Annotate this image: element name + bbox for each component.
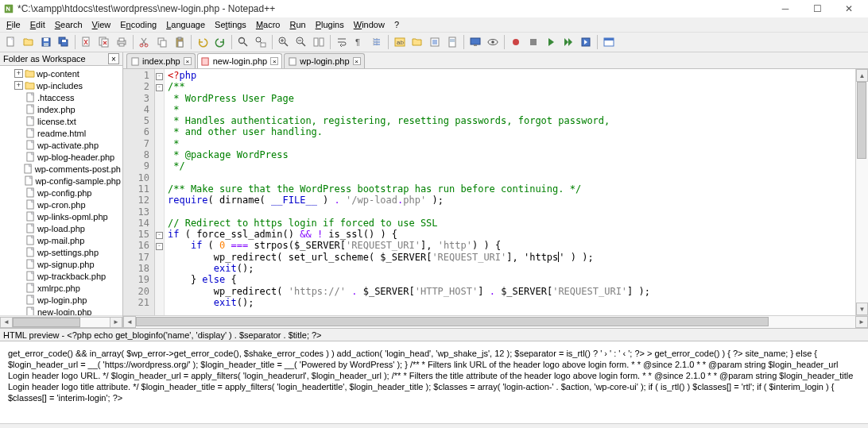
- scroll-up-icon[interactable]: ▲: [856, 69, 868, 82]
- menu-window[interactable]: Window: [349, 18, 389, 31]
- indent-guide-icon[interactable]: [369, 34, 385, 50]
- tree-item[interactable]: +wp-includes: [0, 79, 122, 91]
- cut-icon[interactable]: [137, 34, 153, 50]
- tree-item[interactable]: wp-load.php: [0, 222, 122, 234]
- doc-map-icon[interactable]: [444, 34, 460, 50]
- scroll-thumb[interactable]: [13, 318, 80, 327]
- replace-icon[interactable]: [253, 34, 269, 50]
- open-file-icon[interactable]: [21, 34, 37, 50]
- close-all-icon[interactable]: [96, 34, 112, 50]
- word-wrap-icon[interactable]: [334, 34, 350, 50]
- save-icon[interactable]: [38, 34, 54, 50]
- folder-workspace-icon[interactable]: [409, 34, 425, 50]
- fold-column[interactable]: ----: [155, 69, 165, 315]
- menu-run[interactable]: Run: [285, 18, 310, 31]
- scroll-left-icon[interactable]: ◄: [0, 317, 13, 328]
- record-macro-icon[interactable]: [508, 34, 524, 50]
- tree-item[interactable]: +wp-content: [0, 67, 122, 79]
- maximize-button[interactable]: ☐: [801, 1, 833, 17]
- sidebar-close-icon[interactable]: ×: [108, 53, 119, 64]
- function-list-icon[interactable]: [427, 34, 443, 50]
- new-file-icon[interactable]: [3, 34, 19, 50]
- code-content[interactable]: <?php/** * WordPress User Page * * Handl…: [165, 69, 855, 315]
- tab-close-icon[interactable]: ×: [184, 57, 192, 65]
- play-multi-icon[interactable]: [560, 34, 576, 50]
- menu-view[interactable]: View: [87, 18, 116, 31]
- scroll-left-icon[interactable]: ◄: [123, 316, 136, 328]
- tree-label: xmlrpc.php: [37, 283, 80, 293]
- tree-item[interactable]: wp-config-sample.php: [0, 175, 122, 187]
- tree-item[interactable]: wp-signup.php: [0, 258, 122, 270]
- monitor-icon[interactable]: [467, 34, 483, 50]
- preview-icon[interactable]: [601, 34, 617, 50]
- tree-item[interactable]: wp-activate.php: [0, 139, 122, 151]
- tree-label: wp-activate.php: [37, 141, 99, 150]
- zoom-in-icon[interactable]: [276, 34, 292, 50]
- menu-settings[interactable]: Settings: [210, 18, 251, 31]
- tree-item[interactable]: wp-links-opml.php: [0, 210, 122, 222]
- stop-macro-icon[interactable]: [525, 34, 541, 50]
- lang-btn-icon[interactable]: ab: [392, 34, 408, 50]
- tree-label: readme.html: [37, 129, 86, 138]
- file-icon: [25, 271, 36, 281]
- menu-help[interactable]: ?: [389, 18, 404, 31]
- editor-hscroll[interactable]: ◄ ►: [123, 315, 868, 328]
- file-icon: [130, 56, 140, 66]
- tree-item[interactable]: wp-trackback.php: [0, 270, 122, 282]
- save-macro-icon[interactable]: [578, 34, 594, 50]
- menu-plugins[interactable]: Plugins: [311, 18, 349, 31]
- print-icon[interactable]: [114, 34, 130, 50]
- menu-language[interactable]: Language: [161, 18, 210, 31]
- menu-file[interactable]: File: [2, 18, 25, 31]
- tree-item[interactable]: wp-settings.php: [0, 246, 122, 258]
- undo-icon[interactable]: [195, 34, 211, 50]
- tab-index-php[interactable]: index.php×: [126, 53, 196, 68]
- menu-macro[interactable]: Macro: [251, 18, 285, 31]
- show-all-chars-icon[interactable]: ¶: [351, 34, 367, 50]
- menu-edit[interactable]: Edit: [25, 18, 50, 31]
- tree-toggle-icon[interactable]: +: [14, 81, 23, 90]
- zoom-out-icon[interactable]: [293, 34, 309, 50]
- tree-item[interactable]: wp-mail.php: [0, 234, 122, 246]
- tab-close-icon[interactable]: ×: [270, 57, 278, 65]
- editor-vscroll[interactable]: ▲ ▼: [855, 69, 868, 315]
- paste-icon[interactable]: [172, 34, 188, 50]
- scroll-right-icon[interactable]: ►: [110, 317, 122, 328]
- sync-scroll-icon[interactable]: [311, 34, 327, 50]
- copy-icon[interactable]: [154, 34, 170, 50]
- close-button[interactable]: ✕: [833, 1, 865, 17]
- scroll-down-icon[interactable]: ▼: [856, 303, 868, 315]
- tab-new-login-php[interactable]: new-login.php×: [197, 53, 283, 68]
- file-icon: [25, 247, 36, 257]
- menu-search[interactable]: Search: [50, 18, 87, 31]
- tab-wp-login-php[interactable]: wp-login.php×: [284, 53, 364, 68]
- sidebar-hscroll[interactable]: ◄ ►: [0, 315, 122, 328]
- tree-item[interactable]: license.txt: [0, 115, 122, 127]
- tree-item[interactable]: readme.html: [0, 127, 122, 139]
- tree-item[interactable]: wp-login.php: [0, 294, 122, 306]
- scroll-right-icon[interactable]: ►: [855, 316, 868, 328]
- menu-encoding[interactable]: Encoding: [115, 18, 161, 31]
- svg-rect-19: [178, 37, 181, 40]
- eye-icon[interactable]: [485, 34, 501, 50]
- file-tree[interactable]: +wp-content+wp-includes.htaccessindex.ph…: [0, 66, 122, 315]
- find-icon[interactable]: [235, 34, 251, 50]
- scroll-thumb[interactable]: [857, 82, 866, 159]
- tree-item[interactable]: index.php: [0, 103, 122, 115]
- tree-item[interactable]: wp-blog-header.php: [0, 151, 122, 163]
- play-macro-icon[interactable]: [543, 34, 559, 50]
- close-file-icon[interactable]: [79, 34, 95, 50]
- tree-item[interactable]: wp-config.php: [0, 187, 122, 199]
- svg-rect-64: [289, 57, 296, 64]
- tree-item[interactable]: wp-cron.php: [0, 199, 122, 210]
- tree-item[interactable]: wp-comments-post.ph: [0, 163, 122, 175]
- tree-item[interactable]: xmlrpc.php: [0, 282, 122, 294]
- minimize-button[interactable]: ─: [769, 1, 801, 17]
- tree-item[interactable]: .htaccess: [0, 91, 122, 103]
- save-all-icon[interactable]: [56, 34, 72, 50]
- tree-item[interactable]: new-login.php: [0, 306, 122, 315]
- tree-toggle-icon[interactable]: +: [14, 69, 23, 78]
- tab-close-icon[interactable]: ×: [353, 57, 361, 65]
- redo-icon[interactable]: [212, 34, 228, 50]
- scroll-thumb[interactable]: [136, 317, 769, 326]
